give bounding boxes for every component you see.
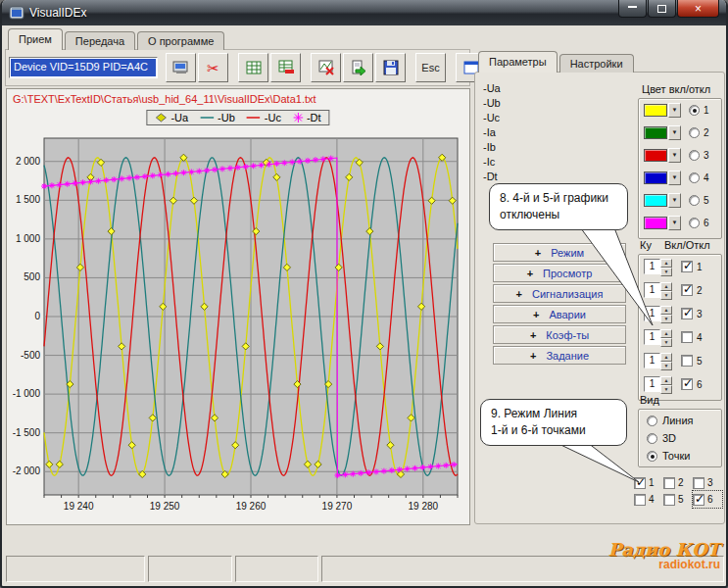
gain-spin-up-1[interactable]: ▲: [660, 259, 672, 268]
signal-item[interactable]: -Ua: [483, 81, 501, 96]
title-bar: VisualIDEx ×: [2, 0, 726, 25]
svg-text:19 270: 19 270: [322, 501, 353, 512]
esc-button[interactable]: Esc: [415, 53, 446, 82]
channel-toggle-6[interactable]: [681, 378, 693, 390]
toolbar-buttons: ✂Esc: [164, 53, 518, 82]
gain-spin-up-6[interactable]: ▲: [660, 376, 672, 385]
gain-spin-up-2[interactable]: ▲: [660, 282, 672, 291]
view-option-3[interactable]: Точки: [639, 447, 721, 465]
color-dropdown-6[interactable]: ▼: [668, 216, 681, 230]
gain-group-title-right: Вкл/Откл: [664, 239, 710, 251]
point-check-5[interactable]: [663, 494, 675, 506]
signal-item[interactable]: -Dt: [483, 170, 501, 184]
gain-spin-down-1[interactable]: ▼: [660, 268, 672, 276]
table-clear-button[interactable]: [270, 53, 301, 82]
maximize-button[interactable]: [648, 0, 676, 18]
close-button[interactable]: ×: [677, 0, 719, 18]
color-dropdown-5[interactable]: ▼: [668, 193, 681, 208]
device-reader-button[interactable]: [166, 53, 196, 82]
view-radio-1[interactable]: [647, 416, 657, 426]
channel-toggle-5[interactable]: [681, 355, 693, 367]
gain-value-5[interactable]: 1: [644, 353, 660, 368]
chart-clear-button[interactable]: [311, 53, 341, 82]
signal-item[interactable]: -Ub: [483, 96, 501, 111]
color-dropdown-3[interactable]: ▼: [668, 148, 681, 163]
menu-button-2[interactable]: +Просмотр: [493, 264, 626, 282]
point-cell-1: 1: [634, 474, 663, 491]
color-radio-4[interactable]: [689, 172, 700, 183]
device-combo-value[interactable]: Device VID=15D9 PID=A4C: [11, 59, 156, 76]
main-tab-2[interactable]: Передача: [65, 31, 135, 50]
table-button[interactable]: [238, 53, 268, 82]
color-swatch-3[interactable]: [644, 149, 667, 162]
color-swatch-4[interactable]: [644, 172, 667, 184]
expand-plus-icon: +: [533, 309, 539, 320]
gain-spin-down-2[interactable]: ▼: [660, 291, 672, 300]
menu-button-5[interactable]: +Коэф-ты: [493, 325, 626, 344]
point-check-3[interactable]: [693, 477, 704, 489]
maximize-icon: [657, 5, 666, 13]
disconnect-button[interactable]: ✂: [198, 53, 228, 82]
legend-item-Ua: -Ua: [155, 112, 188, 123]
gain-spin-up-4[interactable]: ▲: [660, 329, 672, 338]
color-radio-5[interactable]: [689, 195, 700, 206]
color-dropdown-2[interactable]: ▼: [668, 125, 681, 140]
color-radio-2[interactable]: [689, 127, 700, 138]
gain-spin-up-3[interactable]: ▲: [660, 306, 672, 315]
view-radio-3[interactable]: [647, 451, 657, 462]
view-option-1[interactable]: Линия: [639, 412, 721, 429]
gain-spin-down-5[interactable]: ▼: [660, 362, 672, 370]
menu-button-4[interactable]: +Аварии: [493, 305, 626, 323]
main-tab-3[interactable]: О программе: [137, 31, 224, 50]
signal-item[interactable]: -Ic: [483, 155, 501, 170]
svg-text:2 000: 2 000: [16, 156, 40, 167]
gain-spin-down-4[interactable]: ▼: [660, 338, 672, 347]
channel-toggle-3[interactable]: [681, 308, 693, 319]
color-radio-3[interactable]: [689, 150, 700, 161]
color-dropdown-1[interactable]: ▼: [668, 103, 681, 118]
color-swatch-6[interactable]: [644, 217, 667, 229]
menu-button-6[interactable]: +Задание: [493, 346, 626, 365]
gain-value-6[interactable]: 1: [644, 376, 660, 392]
point-check-6[interactable]: [693, 494, 704, 506]
point-cell-3: 3: [693, 474, 722, 491]
gain-spin-down-6[interactable]: ▼: [660, 385, 672, 394]
gain-value-4[interactable]: 1: [644, 329, 660, 345]
color-swatch-5[interactable]: [644, 194, 667, 207]
point-check-1[interactable]: [634, 477, 646, 489]
view-radio-2[interactable]: [647, 433, 657, 444]
color-radio-6[interactable]: [689, 218, 700, 228]
device-combo[interactable]: Device VID=15D9 PID=A4C: [9, 57, 158, 78]
channel-toggle-2[interactable]: [681, 284, 693, 296]
menu-button-3[interactable]: +Сигнализация: [493, 284, 626, 303]
gain-spin-up-5[interactable]: ▲: [660, 353, 672, 362]
gain-value-2[interactable]: 1: [644, 282, 660, 298]
point-check-4[interactable]: [634, 494, 646, 506]
gain-spin-down-3[interactable]: ▼: [660, 315, 672, 323]
minimize-button[interactable]: [618, 0, 647, 18]
view-option-2[interactable]: 3D: [639, 429, 721, 447]
gain-spinner-1: 1▲▼: [644, 259, 672, 274]
signal-item[interactable]: -Uc: [483, 111, 501, 125]
color-radio-1[interactable]: [689, 105, 700, 116]
channel-toggle-4[interactable]: [681, 331, 693, 343]
point-check-2[interactable]: [663, 477, 675, 489]
signal-item[interactable]: -Ia: [483, 125, 501, 140]
channel-toggle-1[interactable]: [681, 261, 693, 272]
color-swatch-2[interactable]: [644, 126, 667, 139]
svg-text:19 240: 19 240: [64, 501, 94, 512]
signal-item[interactable]: -Ib: [483, 140, 501, 155]
gain-value-1[interactable]: 1: [644, 259, 660, 274]
gain-value-3[interactable]: 1: [644, 306, 660, 321]
right-tab-2[interactable]: Настройки: [559, 54, 634, 73]
gain-row-num: 1: [697, 262, 703, 272]
export-button[interactable]: [343, 53, 373, 82]
main-tab-1[interactable]: Прием: [8, 28, 63, 50]
color-swatch-1[interactable]: [644, 104, 667, 117]
color-row-4: ▼4: [639, 167, 721, 189]
menu-button-1[interactable]: +Режим: [493, 243, 626, 262]
status-segment-2: [148, 556, 232, 582]
color-dropdown-4[interactable]: ▼: [668, 171, 681, 185]
right-tab-1[interactable]: Параметры: [478, 51, 558, 73]
save-button[interactable]: [375, 53, 406, 82]
